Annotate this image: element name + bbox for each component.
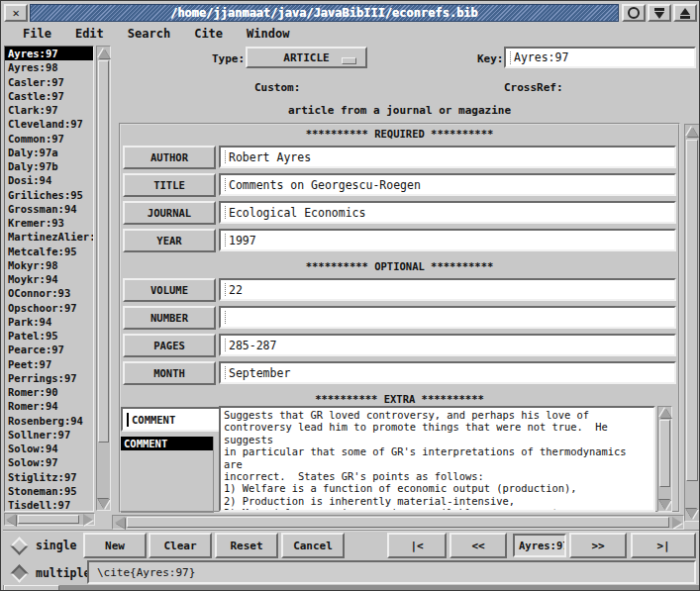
menu-search[interactable]: Search — [120, 26, 178, 42]
sidebar-item[interactable]: OConnor:93 — [5, 286, 93, 300]
nav-next-button[interactable]: >> — [569, 533, 627, 558]
comment-vscrollbar[interactable] — [657, 406, 672, 512]
sidebar-item[interactable]: Park:94 — [5, 315, 93, 329]
scroll-up-button[interactable] — [658, 407, 671, 419]
number-field[interactable] — [219, 306, 676, 329]
sidebar-item[interactable]: Daly:97a — [5, 146, 93, 159]
number-field-button[interactable]: NUMBER — [123, 306, 216, 330]
volume-field[interactable]: 22 — [219, 278, 676, 301]
scroll-up-button[interactable] — [97, 47, 110, 59]
cancel-button[interactable]: Cancel — [281, 533, 345, 558]
sidebar-item[interactable]: Solow:97 — [5, 455, 93, 469]
sidebar-item[interactable]: Metcalfe:95 — [5, 245, 93, 258]
scrollbar-thumb[interactable] — [127, 517, 669, 528]
sidebar-item[interactable]: Patel:95 — [5, 329, 93, 343]
sidebar-item[interactable]: Cleveland:97 — [5, 117, 93, 131]
extra-list-item[interactable]: COMMENT — [121, 437, 213, 450]
single-mode-radio[interactable]: single — [13, 539, 77, 552]
author-field[interactable]: Robert Ayres — [219, 146, 676, 168]
cite-command-field[interactable]: \cite{Ayres:97} — [87, 560, 696, 584]
form-hscrollbar[interactable] — [112, 515, 684, 530]
menu-edit[interactable]: Edit — [67, 26, 112, 42]
menu-cite[interactable]: Cite — [186, 26, 231, 42]
sidebar-item[interactable]: Castle:97 — [5, 89, 93, 103]
type-dropdown[interactable]: ARTICLE — [246, 47, 367, 68]
volume-field-button[interactable]: VOLUME — [123, 278, 216, 302]
scroll-left-button[interactable] — [113, 516, 126, 529]
bottom-scroll-strip[interactable] — [3, 585, 699, 591]
menu-window[interactable]: Window — [239, 26, 297, 42]
scroll-right-button[interactable] — [82, 514, 94, 525]
nav-first-button[interactable]: |< — [387, 533, 447, 558]
nav-current-key-field[interactable]: Ayres:97 — [513, 534, 566, 557]
sidebar-item[interactable]: Stoneman:95 — [5, 484, 93, 498]
pages-field[interactable]: 285-287 — [219, 334, 676, 356]
sidebar-item[interactable]: Ayres:98 — [5, 60, 93, 74]
sidebar-item[interactable]: Tisdell:97 — [5, 498, 93, 512]
sidebar-item[interactable]: Casler:97 — [5, 75, 93, 89]
maximize-button[interactable] — [673, 4, 697, 22]
sidebar-item[interactable]: Daly:97b — [5, 159, 93, 173]
sidebar-item[interactable]: Grossman:94 — [5, 202, 93, 216]
sidebar-item[interactable]: Solow:94 — [5, 442, 93, 455]
journal-field-button[interactable]: JOURNAL — [123, 201, 216, 225]
year-field[interactable]: 1997 — [219, 229, 676, 251]
scrollbar-thumb[interactable] — [4, 585, 59, 591]
sidebar-item[interactable]: Peet:97 — [5, 357, 93, 371]
year-field-button[interactable]: YEAR — [123, 229, 216, 252]
scroll-left-button[interactable] — [5, 514, 17, 525]
sidebar-item[interactable]: Griliches:95 — [5, 188, 93, 202]
sidebar-item[interactable]: Sollner:97 — [5, 428, 93, 442]
sidebar-item[interactable]: Mokyr:98 — [5, 258, 93, 272]
multiple-mode-radio[interactable]: multiple — [13, 566, 90, 580]
scroll-up-button[interactable] — [685, 125, 699, 139]
month-field-button[interactable]: MONTH — [123, 361, 216, 385]
clear-button[interactable]: Clear — [149, 533, 212, 558]
reset-button[interactable]: Reset — [215, 533, 278, 558]
scroll-right-button[interactable] — [670, 516, 683, 529]
sidebar-item[interactable]: Opschoor:97 — [5, 301, 93, 315]
close-button[interactable]: ✕ — [4, 4, 28, 22]
menu-window-button[interactable] — [622, 4, 646, 22]
form-vscrollbar[interactable] — [684, 124, 700, 522]
sidebar-vscrollbar[interactable] — [96, 46, 111, 511]
minimize-button[interactable] — [648, 4, 671, 22]
sidebar-item[interactable]: Perrings:97 — [5, 371, 93, 385]
extra-field-selector[interactable]: COMMENT — [121, 407, 224, 432]
arrow-right-icon — [83, 514, 93, 526]
scrollbar-thumb[interactable] — [659, 420, 670, 487]
scroll-down-button[interactable] — [685, 507, 699, 521]
nav-prev-button[interactable]: << — [450, 533, 507, 558]
comment-textarea[interactable]: Suggests that GR loved controversy, and … — [219, 406, 655, 512]
sidebar-item[interactable]: MartinezAlier:9 — [5, 230, 93, 244]
sidebar-item[interactable]: Romer:94 — [5, 399, 93, 413]
sidebar-item[interactable]: Rosenberg:94 — [5, 414, 93, 428]
scrollbar-thumb[interactable] — [686, 140, 698, 481]
pages-field-button[interactable]: PAGES — [123, 334, 216, 357]
sidebar-item[interactable]: Clark:97 — [5, 103, 93, 117]
title-field-button[interactable]: TITLE — [123, 173, 216, 197]
sidebar-item[interactable]: Dosi:94 — [5, 173, 93, 187]
sidebar-item[interactable]: Kremer:93 — [5, 216, 93, 230]
sidebar-item[interactable]: Ayres:97 — [5, 47, 93, 60]
sidebar-item[interactable]: Romer:90 — [5, 385, 93, 399]
arrow-left-icon — [115, 517, 125, 529]
menu-file[interactable]: File — [15, 26, 59, 42]
key-field[interactable]: Ayres:97 — [504, 47, 696, 68]
sidebar-item[interactable]: Stiglitz:97 — [5, 470, 93, 484]
titlebar[interactable]: /home/jjanmaat/java/JavaBibIII/econrefs.… — [30, 4, 619, 22]
scroll-down-button[interactable] — [97, 497, 110, 510]
sidebar-item[interactable]: Moykr:94 — [5, 272, 93, 286]
author-field-button[interactable]: AUTHOR — [123, 146, 216, 169]
scrollbar-thumb[interactable] — [98, 60, 109, 443]
nav-last-button[interactable]: >| — [631, 533, 696, 558]
sidebar-item[interactable]: Common:97 — [5, 132, 93, 146]
title-field[interactable]: Comments on Georgescu-Roegen — [219, 173, 676, 196]
sidebar-hscrollbar[interactable] — [4, 513, 95, 526]
month-field[interactable]: September — [219, 361, 676, 384]
scroll-down-button[interactable] — [658, 499, 671, 511]
journal-field[interactable]: Ecological Economics — [219, 201, 676, 224]
scrollbar-thumb[interactable] — [18, 515, 79, 524]
new-button[interactable]: New — [83, 533, 147, 558]
sidebar-item[interactable]: Pearce:97 — [5, 343, 93, 356]
